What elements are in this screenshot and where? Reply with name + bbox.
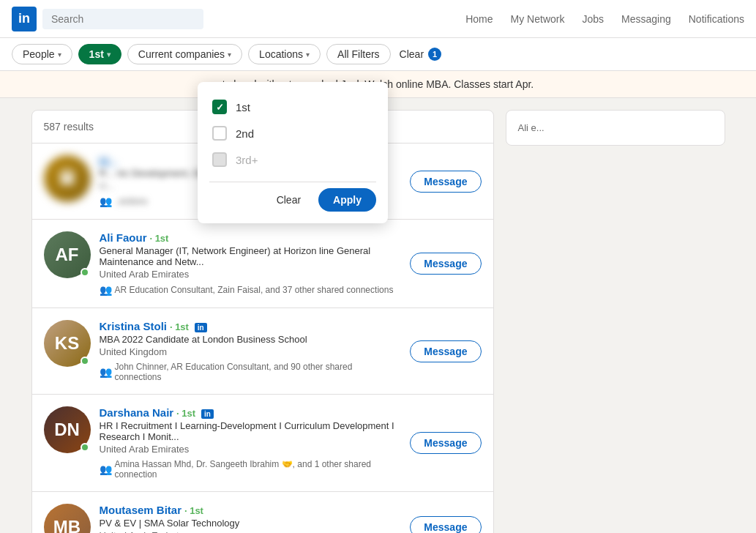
first-degree-chevron-icon: ▾ (107, 51, 111, 59)
degree-badge: · 1st (149, 233, 168, 244)
clear-filters-btn[interactable]: Clear 1 (400, 48, 441, 61)
checkbox-3rd[interactable] (212, 152, 227, 167)
dropdown-actions: Clear Apply (209, 182, 376, 212)
current-companies-filter-btn[interactable]: Current companies ▾ (127, 44, 242, 64)
search-input[interactable] (42, 9, 203, 29)
top-navigation: in Home My Network Jobs Messaging Notifi… (0, 0, 756, 38)
avatar-wrap: 🏛 (44, 155, 91, 202)
results-count: 587 results (44, 121, 94, 133)
linkedin-badge: in (201, 409, 214, 419)
online-indicator (81, 357, 89, 365)
nav-my-network[interactable]: My Network (511, 13, 565, 25)
person-name[interactable]: Moutasem Bitar (100, 504, 182, 516)
message-button[interactable]: Message (410, 432, 481, 454)
message-button[interactable]: Message (410, 253, 481, 275)
avatar-wrap: KS (44, 320, 91, 367)
person-card: AF Ali Faour · 1st General Manager (IT, … (32, 220, 493, 308)
person-title: General Manager (IT, Network Engineer) a… (100, 245, 402, 267)
person-name[interactable]: Ali Faour (100, 231, 147, 244)
person-card: MB Moutasem Bitar · 1st PV & EV | SMA So… (32, 492, 493, 533)
dropdown-label-1st: 1st (236, 101, 250, 113)
nav-jobs[interactable]: Jobs (582, 13, 604, 25)
person-name[interactable]: Darshana Nair (100, 406, 174, 419)
all-filters-btn[interactable]: All Filters (326, 44, 391, 64)
filter-bar: People ▾ 1st ▾ Current companies ▾ Locat… (0, 38, 756, 71)
degree-badge: · 1st (176, 408, 195, 419)
side-panel: Ali e... (506, 110, 725, 146)
first-degree-label: 1st (89, 48, 104, 60)
avatar-wrap: MB (44, 504, 91, 533)
nav-notifications[interactable]: Notifications (689, 13, 744, 25)
nav-home[interactable]: Home (465, 13, 493, 25)
person-title: MBA 2022 Candidate at London Business Sc… (100, 334, 402, 345)
connections-icon: 👥 (100, 284, 112, 296)
people-chevron-icon: ▾ (58, 51, 61, 59)
first-degree-filter-btn[interactable]: 1st ▾ (78, 44, 121, 64)
dropdown-item-1st[interactable]: 1st (209, 94, 376, 120)
dropdown-item-3rd[interactable]: 3rd+ (209, 146, 376, 173)
current-companies-label: Current companies (138, 48, 225, 60)
nav-links: Home My Network Jobs Messaging Notificat… (465, 13, 744, 25)
person-location: United Arab Emirates (100, 269, 402, 280)
degree-badge: · 1st (170, 321, 189, 332)
linkedin-badge: in (195, 323, 207, 332)
locations-chevron-icon: ▾ (306, 51, 310, 59)
avatar: MB (44, 504, 91, 533)
person-info: Kristina Stoli · 1st in MBA 2022 Candida… (100, 320, 402, 382)
person-location: United Arab Emirates (100, 444, 402, 455)
person-location: United Arab Emirates (100, 530, 402, 533)
shared-connections: 👥 AR Education Consultant, Zain Faisal, … (100, 284, 402, 296)
avatar: 🏛 (44, 155, 91, 202)
person-info: Moutasem Bitar · 1st PV & EV | SMA Solar… (100, 504, 402, 533)
dropdown-clear-btn[interactable]: Clear (268, 188, 310, 212)
degree-badge: · 1st (184, 505, 203, 516)
locations-filter-btn[interactable]: Locations ▾ (248, 44, 321, 64)
shared-connections: 👥 Amina Hassan Mhd, Dr. Sangeeth Ibrahim… (100, 459, 402, 480)
person-title: HR I Recruitment I Learning-Development … (100, 420, 402, 442)
linkedin-logo[interactable]: in (12, 7, 37, 31)
person-location: United Kingdom (100, 346, 402, 357)
person-info: Ali Faour · 1st General Manager (IT, Net… (100, 231, 402, 296)
people-filter-btn[interactable]: People ▾ (12, 44, 72, 64)
online-indicator (81, 443, 89, 452)
online-indicator (81, 268, 89, 277)
checkbox-1st[interactable] (212, 100, 227, 114)
degree-dropdown: 1st 2nd 3rd+ Clear Apply (198, 82, 388, 223)
person-info: Darshana Nair · 1st in HR I Recruitment … (100, 406, 402, 480)
person-card: KS Kristina Stoli · 1st in MBA 2022 Cand… (32, 308, 493, 395)
dropdown-label-2nd: 2nd (236, 127, 254, 140)
clear-label: Clear (400, 48, 424, 60)
people-label: People (23, 48, 55, 60)
shared-connections: 👥 John Chinner, AR Education Consultant,… (100, 362, 402, 382)
dropdown-apply-btn[interactable]: Apply (318, 188, 376, 212)
locations-label: Locations (259, 48, 303, 60)
person-title: PV & EV | SMA Solar Technology (100, 518, 402, 529)
connections-icon: 👥 (100, 195, 112, 207)
avatar-wrap: DN (44, 406, 91, 453)
connections-icon: 👥 (100, 463, 112, 475)
person-name[interactable]: M... (100, 155, 118, 168)
side-text: Ali e... (518, 122, 544, 133)
dropdown-item-2nd[interactable]: 2nd (209, 120, 376, 146)
dropdown-label-3rd: 3rd+ (236, 154, 258, 166)
person-card: DN Darshana Nair · 1st in HR I Recruitme… (32, 395, 493, 492)
message-button[interactable]: Message (410, 340, 481, 362)
message-button[interactable]: Message (410, 171, 481, 193)
message-button[interactable]: Message (410, 516, 481, 533)
nav-messaging[interactable]: Messaging (621, 13, 671, 25)
current-companies-chevron-icon: ▾ (228, 51, 231, 59)
connections-icon: 👥 (100, 366, 112, 378)
clear-badge: 1 (428, 48, 441, 61)
person-name[interactable]: Kristina Stoli (100, 320, 168, 332)
checkbox-2nd[interactable] (212, 126, 227, 141)
avatar-wrap: AF (44, 231, 91, 278)
